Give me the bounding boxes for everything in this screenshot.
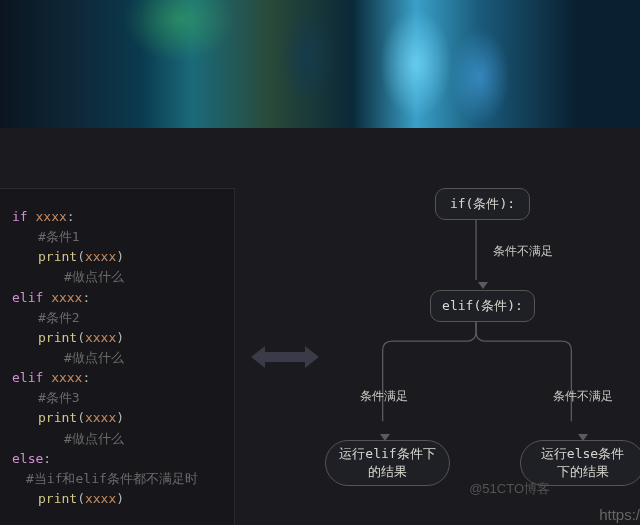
flow-node-if: if(条件): bbox=[435, 188, 530, 220]
flowchart: if(条件): 条件不满足 elif(条件): 条件满足 条件不满足 运行eli… bbox=[335, 148, 640, 525]
code-line-print: print(xxxx) bbox=[12, 408, 234, 428]
watermark-text: @51CTO博客 bbox=[469, 480, 550, 498]
code-line-print: print(xxxx) bbox=[12, 247, 234, 267]
code-comment: #做点什么 bbox=[12, 429, 234, 449]
code-line-else: else: bbox=[12, 449, 234, 469]
double-arrow-icon bbox=[251, 346, 319, 368]
arrow-area bbox=[235, 188, 335, 525]
flow-label: 条件不满足 bbox=[553, 388, 613, 405]
arrowhead-icon bbox=[478, 282, 488, 289]
flow-node-text: 运行elif条件下 bbox=[339, 445, 435, 463]
code-comment: #做点什么 bbox=[12, 267, 234, 287]
code-comment: #条件2 bbox=[12, 308, 234, 328]
code-line-print: print(xxxx) bbox=[12, 489, 234, 509]
watermark-url: https:/ bbox=[599, 506, 640, 523]
code-comment: #当if和elif条件都不满足时 bbox=[12, 469, 234, 489]
flow-node-text: 运行else条件 bbox=[541, 445, 624, 463]
banner-image bbox=[0, 0, 640, 128]
flow-node-text: 的结果 bbox=[368, 463, 407, 481]
code-line-if: if xxxx: bbox=[12, 207, 234, 227]
code-comment: #做点什么 bbox=[12, 348, 234, 368]
flow-node-text: 下的结果 bbox=[557, 463, 609, 481]
code-comment: #条件3 bbox=[12, 388, 234, 408]
flow-label: 条件不满足 bbox=[493, 243, 553, 260]
flow-node-result-elif: 运行elif条件下 的结果 bbox=[325, 440, 450, 486]
code-line-elif: elif xxxx: bbox=[12, 288, 234, 308]
code-pane: if xxxx: #条件1 print(xxxx) #做点什么 elif xxx… bbox=[0, 188, 235, 525]
flow-label: 条件满足 bbox=[360, 388, 408, 405]
code-comment: #条件1 bbox=[12, 227, 234, 247]
content-area: if xxxx: #条件1 print(xxxx) #做点什么 elif xxx… bbox=[0, 128, 640, 525]
code-line-print: print(xxxx) bbox=[12, 328, 234, 348]
flow-node-elif: elif(条件): bbox=[430, 290, 535, 322]
code-line-elif: elif xxxx: bbox=[12, 368, 234, 388]
